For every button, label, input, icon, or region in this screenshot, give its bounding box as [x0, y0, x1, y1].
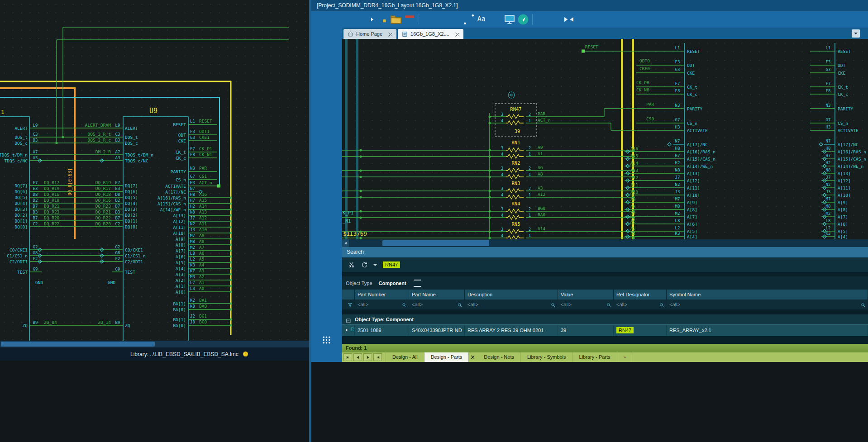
- svg-text:D2: D2: [115, 198, 120, 203]
- panel-tab--[interactable]: +: [617, 352, 633, 362]
- text-tool-button[interactable]: Aa: [476, 13, 489, 26]
- svg-text:L2: L2: [190, 257, 195, 261]
- panel-tab-design-parts[interactable]: Design - Parts: [424, 352, 469, 362]
- flip-horizontal-button[interactable]: [562, 13, 576, 26]
- svg-text:TDQS_t/DM_n: TDQS_t/DM_n: [125, 152, 153, 157]
- search-panel-header[interactable]: Search: [342, 247, 868, 257]
- sidebar-search-button[interactable]: [319, 317, 334, 330]
- filter-cell[interactable]: <all>: [614, 299, 667, 309]
- nav-first-button[interactable]: [343, 353, 352, 361]
- filter-cell[interactable]: <all>: [409, 299, 465, 309]
- filter-cell[interactable]: <all>: [558, 299, 614, 309]
- table-data-row[interactable]: 2501-1089S40X043390JPTR-NDRES ARRAY 2 RE…: [342, 324, 868, 336]
- left-schematic-canvas[interactable]: 1U9L9L9ALERTALERTALERT_DRAMC3C3DQS_tDQS_…: [0, 0, 311, 341]
- svg-text:PARITY: PARITY: [171, 169, 186, 174]
- sidebar-selection-button[interactable]: [319, 99, 334, 112]
- split-vertical-button[interactable]: [616, 13, 630, 26]
- cascade-windows-button[interactable]: [644, 13, 657, 26]
- header-cell[interactable]: Description: [465, 290, 558, 299]
- sidebar-pencil-button[interactable]: [319, 67, 334, 81]
- angle-button[interactable]: [535, 13, 548, 26]
- sidebar-journal-button[interactable]: [319, 146, 334, 159]
- sidebar-panels-button[interactable]: [319, 35, 334, 49]
- grid-window-button[interactable]: [376, 13, 389, 26]
- left-horizontal-scrollbar[interactable]: [0, 341, 311, 347]
- panel-tab-design-all[interactable]: Design - All: [386, 352, 424, 362]
- cell-part-number[interactable]: 2501-1089: [355, 325, 409, 336]
- tab-close-button[interactable]: [454, 31, 460, 37]
- svg-text:A[17]/NC: A[17]/NC: [687, 142, 708, 147]
- svg-text:CK_N0: CK_N0: [636, 87, 649, 92]
- left-scrollbar-thumb[interactable]: [1, 342, 155, 347]
- schematic-canvas[interactable]: RN47393241PARACT_nRN13241A9A1RN23241A6A8…: [342, 39, 868, 239]
- tile-windows-button[interactable]: [630, 13, 644, 26]
- header-cell[interactable]: Value: [558, 290, 614, 299]
- svg-text:K7: K7: [190, 269, 195, 273]
- scissors-icon[interactable]: [348, 261, 355, 269]
- svg-text:2: 2: [529, 227, 531, 232]
- line-tool-button[interactable]: [462, 13, 476, 26]
- nav-last-button[interactable]: [373, 353, 382, 361]
- folder-button[interactable]: [389, 13, 403, 26]
- filter-cell[interactable]: <all>: [465, 299, 558, 309]
- refresh-icon[interactable]: [361, 261, 368, 269]
- document-tab-1[interactable]: Home Page: [343, 29, 396, 39]
- columns-config-icon[interactable]: [414, 280, 421, 287]
- header-cell[interactable]: Ref Designator: [614, 290, 667, 299]
- monitor-button[interactable]: [503, 13, 516, 26]
- search-query[interactable]: RN47: [383, 261, 400, 268]
- search-options-caret[interactable]: [373, 264, 377, 268]
- filter-cell-funnel[interactable]: [342, 299, 355, 309]
- panel-tab-library-parts[interactable]: Library - Parts: [573, 352, 617, 362]
- window-arrow-button[interactable]: [489, 13, 503, 26]
- chevron-down-icon[interactable]: [332, 19, 340, 27]
- new-window-button[interactable]: [657, 13, 671, 26]
- sidebar-settings-button[interactable]: [319, 349, 334, 362]
- tab-close-button[interactable]: [387, 31, 393, 37]
- cell-symbol-name[interactable]: RES_ARRAY_x2.1: [667, 325, 868, 336]
- document-tab-2[interactable]: 16Gb_1G8_X2....: [398, 29, 463, 39]
- table-filter-row: <all><all><all><all><all><all>: [342, 299, 868, 309]
- cell-ref-designator[interactable]: RN47: [614, 325, 667, 336]
- find-similar-button[interactable]: [448, 13, 462, 26]
- object-type-value[interactable]: Component: [379, 280, 406, 286]
- cell-part-name[interactable]: S40X043390JPTR-ND: [409, 325, 465, 336]
- navigate-button[interactable]: [516, 13, 530, 26]
- sidebar-document-button[interactable]: [319, 51, 334, 65]
- header-cell[interactable]: Part Number: [355, 290, 409, 299]
- canvas-horizontal-scrollbar[interactable]: ◄: [342, 239, 868, 247]
- collapse-icon[interactable]: [346, 317, 351, 322]
- row-expand-cell[interactable]: [342, 325, 355, 336]
- header-cell[interactable]: Part Name: [409, 290, 465, 299]
- panel-tab-design-nets[interactable]: Design - Nets: [477, 352, 521, 362]
- sidebar-wire-tool-button[interactable]: [319, 114, 334, 128]
- tab-list-dropdown[interactable]: [852, 29, 860, 38]
- table-group-row[interactable]: Object Type: Component: [342, 314, 868, 324]
- table-red-button[interactable]: [403, 13, 416, 26]
- import-button[interactable]: [348, 13, 362, 26]
- scroll-left-arrow[interactable]: ◄: [342, 239, 349, 247]
- nav-prev-button[interactable]: [353, 353, 362, 361]
- cell-description[interactable]: RES ARRAY 2 RES 39 OHM 0201: [465, 325, 558, 336]
- canvas-scrollbar-thumb[interactable]: [382, 240, 489, 246]
- panel-tab-close-button[interactable]: [470, 354, 476, 360]
- align-bottom-button[interactable]: [589, 13, 603, 26]
- svg-text:L9: L9: [115, 123, 120, 128]
- sidebar-apps-button[interactable]: [319, 333, 334, 347]
- redo-button[interactable]: [435, 13, 448, 26]
- hierarchy-button[interactable]: [362, 13, 376, 26]
- filter-cell[interactable]: <all>: [667, 299, 868, 309]
- svg-text:DQ_R17: DQ_R17: [44, 180, 59, 185]
- split-horizontal-button[interactable]: [603, 13, 616, 26]
- sidebar-cursor-button[interactable]: [319, 83, 334, 96]
- cell-value[interactable]: 39: [558, 325, 614, 336]
- align-left-button[interactable]: [576, 13, 589, 26]
- header-cell[interactable]: Symbol Name: [667, 290, 868, 299]
- undo-button[interactable]: [421, 13, 435, 26]
- filter-cell[interactable]: <all>: [355, 299, 409, 309]
- sidebar-pen-tool-button[interactable]: [319, 130, 334, 144]
- panel-tab-library-symbols[interactable]: Library - Symbols: [521, 352, 573, 362]
- nav-next-button[interactable]: [363, 353, 372, 361]
- svg-text:J7: J7: [826, 175, 831, 180]
- flip-vertical-button[interactable]: [548, 13, 562, 26]
